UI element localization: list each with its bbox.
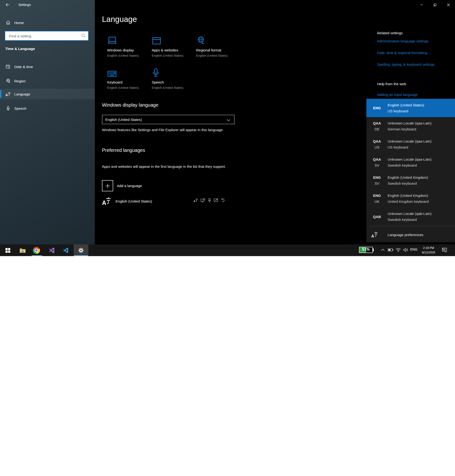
language-preferences-label: Language preferences <box>388 233 423 237</box>
search-input[interactable] <box>8 32 79 41</box>
layout-subcode: UK <box>374 198 380 205</box>
plus-icon <box>102 180 113 191</box>
keyboard-name: United Kingdom keyboard <box>388 198 455 205</box>
settings-running-indicator <box>74 255 88 256</box>
display-language-description: Windows features like Settings and File … <box>102 127 226 133</box>
layout-subcode: SV <box>374 180 379 186</box>
settings-window: Home Time & Language Date & time Region … <box>0 0 455 256</box>
tray-date: 8/12/2020 <box>418 250 439 255</box>
minimize-button[interactable] <box>415 0 428 9</box>
keyboard-name: US keyboard <box>388 108 455 114</box>
battery-percent-text: 51% <box>359 247 373 252</box>
layout-code: ENG <box>373 105 381 111</box>
sidebar-item-date-time[interactable]: Date & time <box>0 61 95 72</box>
preferred-language-row[interactable]: A English (United States) A abc <box>102 196 235 206</box>
file-explorer-button[interactable] <box>17 245 28 256</box>
close-icon <box>447 3 450 7</box>
wifi-icon <box>395 248 401 252</box>
keyboard-name: Swedish keyboard <box>388 162 455 168</box>
home-icon <box>5 20 11 25</box>
sidebar-item-language[interactable]: A Language <box>0 89 95 99</box>
tray-chevron-button[interactable] <box>380 247 386 253</box>
tile-label: Speech <box>152 80 195 84</box>
sidebar-item-home[interactable]: Home <box>0 17 95 28</box>
link-spelling-typing-keyboard[interactable]: Spelling, typing, & keyboard settings <box>377 62 435 66</box>
sidebar-item-label: Home <box>14 21 24 25</box>
tray-wifi-button[interactable] <box>395 247 402 253</box>
action-center-button[interactable] <box>441 247 448 253</box>
tile-value: English (United States) <box>107 86 150 89</box>
svg-text:A: A <box>6 93 8 97</box>
popup-item-qaa-de[interactable]: QAADE Unknown Locale (qaa-Latn)German ke… <box>366 117 455 135</box>
language-tiles: Windows display English (United States) … <box>107 35 250 102</box>
layout-subcode: DE <box>374 126 380 132</box>
popup-item-qab[interactable]: QAB Unknown Locale (qab-Latn)Swedish key… <box>366 207 455 226</box>
svg-text:A: A <box>371 234 374 238</box>
spellcheck-icon: abc <box>221 198 226 203</box>
tray-language-indicator[interactable]: ENG <box>410 247 417 251</box>
tile-keyboard[interactable]: Keyboard English (United States) <box>107 67 150 89</box>
popup-item-eng-uk[interactable]: ENGUK English (United Kingdom)United Kin… <box>366 190 455 207</box>
microphone-icon <box>152 67 195 77</box>
sidebar-item-speech[interactable]: Speech <box>0 103 95 113</box>
language-name: Unknown Locale (qaa-Latn) <box>388 156 455 162</box>
language-name: English (United Kingdom) <box>388 192 455 198</box>
layout-code: QAA <box>373 138 381 144</box>
keyboard-name: German keyboard <box>388 126 455 132</box>
tray-clock[interactable]: 2:19 PM 8/12/2020 <box>418 246 439 255</box>
popup-item-qaa-sv[interactable]: QAASV Unknown Locale (qaa-Latn)Swedish k… <box>366 153 455 171</box>
svg-text:A: A <box>194 200 195 203</box>
preferred-language-name: English (United States) <box>115 199 152 203</box>
tile-label: Apps & websites <box>152 48 195 52</box>
popup-item-qaa-us[interactable]: QAAUS Unknown Locale (qaa-Latn)US keyboa… <box>366 135 455 153</box>
link-date-time-regional-formatting[interactable]: Date, time & regional formatting <box>377 51 427 55</box>
divider <box>370 226 455 226</box>
tray-volume-button[interactable] <box>402 247 409 253</box>
popup-item-eng-us[interactable]: ENG English (United States)US keyboard <box>366 99 455 117</box>
chevron-down-icon <box>227 118 230 122</box>
page-background <box>0 256 455 476</box>
translate-icon: A <box>102 195 112 207</box>
sidebar-item-region[interactable]: Region <box>0 76 95 86</box>
start-button[interactable] <box>2 245 13 256</box>
tile-windows-display[interactable]: Windows display English (United States) <box>107 35 150 57</box>
tile-apps-websites[interactable]: Apps & websites English (United States) <box>152 35 195 57</box>
layout-subcode: SV <box>374 162 379 168</box>
tile-regional-format[interactable]: Regional format English (United States) <box>196 35 239 57</box>
related-settings-heading: Related settings <box>377 31 403 35</box>
vscode-icon <box>63 247 69 254</box>
help-from-web-heading: Help from the web <box>377 82 406 86</box>
page-title: Language <box>102 15 137 24</box>
visual-studio-button[interactable] <box>46 245 57 256</box>
language-name: Unknown Locale (qaa-Latn) <box>388 120 455 126</box>
display-language-dropdown[interactable]: English (United States) <box>102 115 235 124</box>
back-button[interactable] <box>2 0 13 9</box>
tray-battery-button[interactable] <box>387 247 394 253</box>
taskbar <box>0 245 455 256</box>
language-switcher-popup: ENG English (United States)US keyboard Q… <box>366 99 455 242</box>
link-administrative-language-settings[interactable]: Administrative language settings <box>377 39 429 43</box>
language-capability-icons: A abc <box>193 198 226 203</box>
add-language-button[interactable]: Add a language <box>102 180 142 191</box>
close-button[interactable] <box>442 0 455 9</box>
translate-icon: A <box>5 91 11 97</box>
link-adding-input-language[interactable]: Adding an input language <box>377 93 418 97</box>
dropdown-selected-value: English (United States) <box>105 118 142 122</box>
language-preferences-button[interactable]: A Language preferences <box>366 229 455 241</box>
popup-footer: A Language preferences <box>366 226 455 242</box>
tile-speech[interactable]: Speech English (United States) <box>152 67 195 89</box>
popup-item-eng-sv[interactable]: ENGSV English (United Kingdom)Swedish ke… <box>366 171 455 190</box>
battery-percent-widget[interactable]: 51% <box>359 247 374 253</box>
vscode-button[interactable] <box>60 245 71 256</box>
display-language-icon: A <box>193 198 198 203</box>
maximize-icon <box>434 3 437 7</box>
microphone-icon <box>5 105 11 111</box>
chrome-button[interactable] <box>31 245 42 256</box>
tile-value: English (United States) <box>152 86 195 89</box>
folder-icon <box>19 247 26 253</box>
settings-taskbar-button[interactable] <box>73 245 88 256</box>
battery-nub <box>373 248 374 251</box>
maximize-button[interactable] <box>428 0 442 9</box>
svg-text:abc: abc <box>221 198 225 200</box>
search-icon[interactable] <box>81 33 86 39</box>
